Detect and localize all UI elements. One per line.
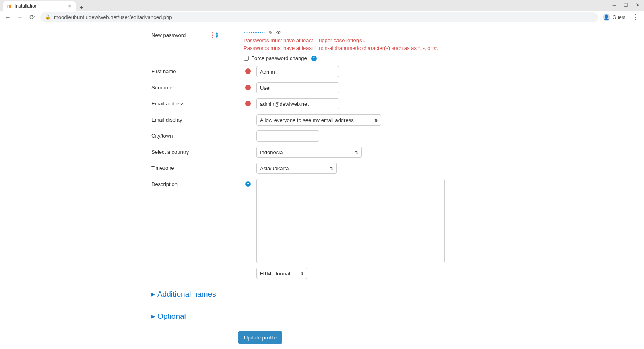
new-tab-icon[interactable]: + bbox=[76, 4, 87, 11]
section-optional-label: Optional bbox=[157, 312, 186, 321]
help-icon[interactable]: ? bbox=[311, 56, 317, 61]
window-controls: ─ ☐ ✕ bbox=[613, 2, 640, 8]
label-country: Select a country bbox=[151, 149, 189, 155]
required-icon: ! bbox=[212, 32, 213, 38]
label-description: Description bbox=[151, 181, 178, 187]
update-profile-button[interactable]: Update profile bbox=[238, 331, 282, 344]
row-new-password: New password ! ? •••••••••••• ✎ 👁 Passwo… bbox=[151, 27, 493, 64]
chevron-updown-icon: ⇅ bbox=[330, 166, 333, 171]
close-window-icon[interactable]: ✕ bbox=[636, 2, 640, 8]
email-input[interactable] bbox=[256, 98, 339, 109]
required-icon: ! bbox=[245, 85, 251, 90]
help-icon[interactable]: ? bbox=[216, 32, 218, 38]
timezone-select[interactable]: Asia/Jakarta ⇅ bbox=[256, 163, 337, 174]
caret-right-icon: ▶ bbox=[151, 291, 155, 297]
row-firstname: First name ! bbox=[151, 64, 493, 80]
maximize-icon[interactable]: ☐ bbox=[623, 2, 628, 8]
moodle-favicon-icon: m bbox=[6, 3, 12, 9]
password-error-2: Passwords must have at least 1 non-alpha… bbox=[244, 45, 493, 51]
required-fields-note: There are required fields in this form m… bbox=[151, 347, 493, 349]
description-format-value: HTML format bbox=[260, 271, 290, 277]
lock-icon: 🔒 bbox=[45, 14, 51, 20]
city-input[interactable] bbox=[256, 130, 319, 142]
row-country: Select a country Indonesia ⇅ bbox=[151, 144, 493, 160]
label-emaildisplay: Email display bbox=[151, 117, 182, 123]
tab-title: Installation bbox=[14, 3, 64, 9]
avatar-icon: 👤 bbox=[603, 14, 610, 21]
profile-form: New password ! ? •••••••••••• ✎ 👁 Passwo… bbox=[144, 23, 500, 349]
force-password-change-label: Force password change bbox=[251, 55, 307, 61]
profile-chip[interactable]: 👤 Guest bbox=[603, 14, 625, 21]
section-optional[interactable]: ▶ Optional bbox=[151, 307, 493, 326]
label-city: City/town bbox=[151, 133, 173, 139]
row-timezone: Timezone Asia/Jakarta ⇅ bbox=[151, 160, 493, 176]
label-firstname: First name bbox=[151, 68, 176, 74]
chevron-updown-icon: ⇅ bbox=[374, 118, 378, 122]
chevron-updown-icon: ⇅ bbox=[300, 271, 303, 276]
close-tab-icon[interactable]: × bbox=[67, 3, 72, 9]
browser-toolbar: ← → ⟳ 🔒 moodleubuntu.dewiweb.net/user/ed… bbox=[0, 11, 644, 23]
password-masked: •••••••••••• bbox=[244, 31, 265, 35]
forward-icon[interactable]: → bbox=[16, 14, 23, 21]
browser-menu-icon[interactable]: ⋮ bbox=[630, 13, 640, 21]
chevron-updown-icon: ⇅ bbox=[355, 150, 358, 155]
row-emaildisplay: Email display Allow everyone to see my e… bbox=[151, 112, 493, 128]
password-error-1: Passwords must have at least 1 upper cas… bbox=[244, 37, 493, 43]
back-icon[interactable]: ← bbox=[4, 14, 11, 21]
description-textarea[interactable] bbox=[256, 179, 445, 263]
profile-label: Guest bbox=[613, 14, 625, 20]
reveal-eye-icon[interactable]: 👁 bbox=[276, 30, 281, 36]
url-text: moodleubuntu.dewiweb.net/user/editadvanc… bbox=[54, 14, 172, 20]
submit-row: Update profile bbox=[151, 326, 493, 347]
address-bar[interactable]: 🔒 moodleubuntu.dewiweb.net/user/editadva… bbox=[40, 12, 598, 22]
label-surname: Surname bbox=[151, 85, 173, 91]
timezone-value: Asia/Jakarta bbox=[260, 165, 289, 171]
browser-tab[interactable]: m Installation × bbox=[3, 1, 76, 11]
page-viewport[interactable]: New password ! ? •••••••••••• ✎ 👁 Passwo… bbox=[0, 23, 644, 349]
firstname-input[interactable] bbox=[256, 66, 339, 77]
content-container: New password ! ? •••••••••••• ✎ 👁 Passwo… bbox=[144, 23, 500, 349]
section-additional-label: Additional names bbox=[157, 290, 216, 299]
reload-icon[interactable]: ⟳ bbox=[28, 13, 35, 21]
label-new-password: New password bbox=[151, 32, 186, 38]
section-additional-names[interactable]: ▶ Additional names bbox=[151, 285, 493, 304]
required-icon: ! bbox=[245, 68, 251, 74]
row-email: Email address ! bbox=[151, 96, 493, 112]
row-surname: Surname ! bbox=[151, 80, 493, 96]
browser-tab-strip: m Installation × + ─ ☐ ✕ bbox=[0, 0, 644, 11]
edit-pencil-icon[interactable]: ✎ bbox=[268, 30, 273, 36]
label-email: Email address bbox=[151, 101, 184, 107]
help-icon[interactable]: ? bbox=[245, 181, 251, 187]
row-city: City/town bbox=[151, 128, 493, 144]
label-timezone: Timezone bbox=[151, 165, 174, 171]
force-password-change-checkbox[interactable] bbox=[244, 56, 249, 61]
description-format-select[interactable]: HTML format ⇅ bbox=[256, 268, 307, 279]
surname-input[interactable] bbox=[256, 82, 339, 93]
required-icon: ! bbox=[245, 101, 251, 106]
emaildisplay-value: Allow everyone to see my email address bbox=[260, 117, 354, 123]
minimize-icon[interactable]: ─ bbox=[613, 2, 616, 8]
country-select[interactable]: Indonesia ⇅ bbox=[256, 147, 362, 158]
row-description: Description ? HTML format ⇅ bbox=[151, 176, 493, 281]
country-value: Indonesia bbox=[260, 149, 283, 155]
caret-right-icon: ▶ bbox=[151, 314, 155, 319]
emaildisplay-select[interactable]: Allow everyone to see my email address ⇅ bbox=[256, 114, 381, 126]
